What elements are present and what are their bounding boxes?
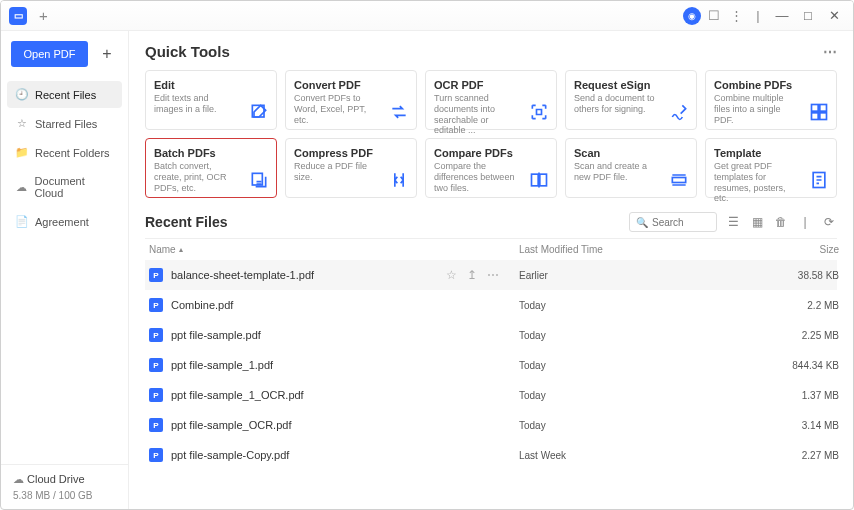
tool-compress-title: Compress PDF (294, 147, 408, 159)
close-button[interactable]: ✕ (823, 7, 845, 25)
quick-tools-more-icon[interactable]: ⋯ (823, 44, 837, 60)
table-row[interactable]: Pppt file-sample-Copy.pdfLast Week2.27 M… (145, 440, 837, 470)
recent-header: Recent Files 🔍 ☰ ▦ 🗑 | ⟳ (145, 212, 837, 232)
tool-edit-desc: Edit texts and images in a file. (154, 93, 236, 115)
tool-scan-desc: Scan and create a new PDF file. (574, 161, 656, 183)
file-size: 38.58 KB (719, 270, 839, 281)
file-name-cell: PCombine.pdf (149, 298, 519, 312)
col-date[interactable]: Last Modified Time (519, 244, 719, 255)
file-date: Today (519, 300, 719, 311)
upload-icon[interactable]: ↥ (467, 268, 477, 282)
tool-convert-title: Convert PDF (294, 79, 408, 91)
search-input[interactable] (652, 217, 710, 228)
tool-edit[interactable]: EditEdit texts and images in a file. (145, 70, 277, 130)
new-tab-button[interactable]: + (33, 7, 54, 24)
tool-esign[interactable]: Request eSignSend a document to others f… (565, 70, 697, 130)
file-name: ppt file-sample_1.pdf (171, 359, 273, 371)
svg-rect-8 (672, 178, 685, 183)
file-name: ppt file-sample.pdf (171, 329, 261, 341)
tool-combine-title: Combine PDFs (714, 79, 828, 91)
maximize-button[interactable]: □ (797, 7, 819, 25)
sidebar-document-cloud-icon: ☁ (15, 181, 29, 194)
col-size[interactable]: Size (719, 244, 839, 255)
table-row[interactable]: PCombine.pdfToday2.2 MB (145, 290, 837, 320)
svg-rect-3 (812, 113, 819, 120)
col-name[interactable]: Name▴ (149, 244, 519, 255)
ocr-icon (528, 101, 550, 123)
content: Quick Tools ⋯ EditEdit texts and images … (129, 31, 853, 509)
star-icon[interactable]: ☆ (446, 268, 457, 282)
table-row[interactable]: Pppt file-sample_1.pdfToday844.34 KB (145, 350, 837, 380)
pdf-icon: P (149, 268, 163, 282)
search-box[interactable]: 🔍 (629, 212, 717, 232)
file-name-cell: Pppt file-sample_1.pdf (149, 358, 519, 372)
sort-asc-icon: ▴ (179, 245, 183, 254)
sidebar-starred-files[interactable]: ☆Starred Files (7, 110, 122, 137)
sidebar-recent-files[interactable]: 🕘Recent Files (7, 81, 122, 108)
file-size: 3.14 MB (719, 420, 839, 431)
sidebar-recent-folders[interactable]: 📁Recent Folders (7, 139, 122, 166)
tool-template-desc: Get great PDF templates for resumes, pos… (714, 161, 796, 204)
file-date: Today (519, 360, 719, 371)
svg-rect-1 (812, 105, 819, 112)
tools-grid: EditEdit texts and images in a file.Conv… (145, 70, 837, 198)
tool-ocr-title: OCR PDF (434, 79, 548, 91)
file-date: Last Week (519, 450, 719, 461)
tool-batch[interactable]: Batch PDFsBatch convert, create, print, … (145, 138, 277, 198)
tool-template[interactable]: TemplateGet great PDF templates for resu… (705, 138, 837, 198)
tool-edit-title: Edit (154, 79, 268, 91)
table-row[interactable]: Pppt file-sample_1_OCR.pdfToday1.37 MB (145, 380, 837, 410)
table-row[interactable]: Pppt file-sample_OCR.pdfToday3.14 MB (145, 410, 837, 440)
esign-icon (668, 101, 690, 123)
row-more-icon[interactable]: ⋯ (487, 268, 499, 282)
table-row[interactable]: Pppt file-sample.pdfToday2.25 MB (145, 320, 837, 350)
scan-icon (668, 169, 690, 191)
file-date: Today (519, 330, 719, 341)
create-pdf-button[interactable]: + (96, 41, 118, 67)
list-view-icon[interactable]: ☰ (725, 214, 741, 230)
tool-combine[interactable]: Combine PDFsCombine multiple files into … (705, 70, 837, 130)
tool-combine-desc: Combine multiple files into a single PDF… (714, 93, 796, 125)
sidebar-recent-files-icon: 🕘 (15, 88, 29, 101)
refresh-icon[interactable]: ⟳ (821, 214, 837, 230)
file-name: Combine.pdf (171, 299, 233, 311)
tool-convert[interactable]: Convert PDFConvert PDFs to Word, Excel, … (285, 70, 417, 130)
file-name: ppt file-sample-Copy.pdf (171, 449, 289, 461)
tool-compare-title: Compare PDFs (434, 147, 548, 159)
tool-compare[interactable]: Compare PDFsCompare the differences betw… (425, 138, 557, 198)
titlebar: ▭ + ◉ ☐ ⋮ | — □ ✕ (1, 1, 853, 31)
sidebar-agreement-icon: 📄 (15, 215, 29, 228)
tool-scan[interactable]: ScanScan and create a new PDF file. (565, 138, 697, 198)
user-avatar[interactable]: ◉ (683, 7, 701, 25)
recent-title: Recent Files (145, 214, 227, 230)
notifications-icon[interactable]: ☐ (705, 7, 723, 25)
sidebar-agreement[interactable]: 📄Agreement (7, 208, 122, 235)
cloud-drive-row[interactable]: ☁ Cloud Drive (13, 473, 116, 486)
pdf-icon: P (149, 358, 163, 372)
table-row[interactable]: Pbalance-sheet-template-1.pdf☆↥⋯Earlier3… (145, 260, 837, 290)
divider: | (749, 7, 767, 25)
file-name-cell: Pbalance-sheet-template-1.pdf☆↥⋯ (149, 268, 519, 282)
svg-rect-5 (252, 173, 262, 185)
app-icon: ▭ (9, 7, 27, 25)
more-icon[interactable]: ⋮ (727, 7, 745, 25)
file-name: ppt file-sample_1_OCR.pdf (171, 389, 304, 401)
tool-ocr[interactable]: OCR PDFTurn scanned documents into searc… (425, 70, 557, 130)
sidebar-document-cloud[interactable]: ☁Document Cloud (7, 168, 122, 206)
compare-icon (528, 169, 550, 191)
sidebar-agreement-label: Agreement (35, 216, 89, 228)
tool-compress[interactable]: Compress PDFReduce a PDF file size. (285, 138, 417, 198)
sidebar: Open PDF + 🕘Recent Files☆Starred Files📁R… (1, 31, 129, 509)
pdf-icon: P (149, 448, 163, 462)
grid-view-icon[interactable]: ▦ (749, 214, 765, 230)
delete-icon[interactable]: 🗑 (773, 214, 789, 230)
table-header: Name▴ Last Modified Time Size (145, 239, 837, 260)
svg-rect-7 (540, 174, 547, 186)
open-pdf-button[interactable]: Open PDF (11, 41, 88, 67)
file-date: Earlier (519, 270, 719, 281)
file-name-cell: Pppt file-sample-Copy.pdf (149, 448, 519, 462)
file-size: 2.25 MB (719, 330, 839, 341)
minimize-button[interactable]: — (771, 7, 793, 25)
file-size: 2.27 MB (719, 450, 839, 461)
file-size: 844.34 KB (719, 360, 839, 371)
